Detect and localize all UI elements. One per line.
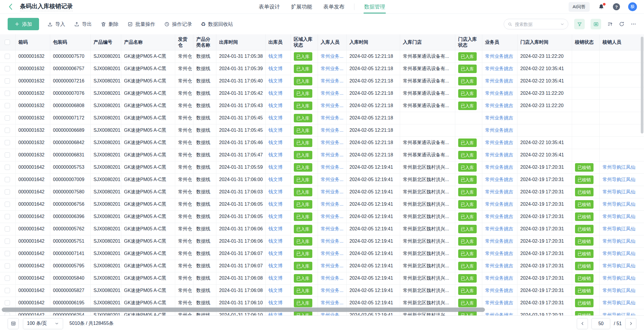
table-row[interactable]: 0000001642000000007580SJX0080201GK速捷PM05… <box>0 186 644 198</box>
detail-table-button[interactable] <box>8 318 19 329</box>
inbound-operator-link[interactable]: 常州业务... <box>321 140 343 145</box>
tab-form-design[interactable]: 表单设计 <box>253 0 286 13</box>
salesman-link[interactable]: 常州业务姚吉 <box>485 78 513 83</box>
table-row[interactable]: 0000001642000000006396SJX0080201GK速捷PM05… <box>0 210 644 223</box>
col-header-warehouse[interactable]: 发货仓 <box>175 34 193 50</box>
inbound-operator-link[interactable]: 常州业务... <box>321 177 343 182</box>
ai-qa-button[interactable]: AI问答 <box>569 2 590 12</box>
inbound-operator-link[interactable]: 常州业务... <box>321 78 343 83</box>
inbound-operator-link[interactable]: 常州业务... <box>321 202 343 207</box>
table-row[interactable]: 0000001632000000006808SJX0080201GK速捷PM05… <box>0 99 644 112</box>
more-button[interactable] <box>630 21 636 27</box>
tab-form-publish[interactable]: 表单发布 <box>318 0 350 13</box>
table-row[interactable]: 0000001642000000006756SJX0080201GK速捷PM05… <box>0 198 644 210</box>
row-checkbox[interactable] <box>5 54 10 59</box>
verify-operator-link[interactable]: 常州导购江凤仙 <box>603 251 635 256</box>
outbound-operator-link[interactable]: 钱文博 <box>269 300 283 305</box>
row-checkbox[interactable] <box>5 313 10 315</box>
inbound-operator-link[interactable]: 常州业务... <box>321 103 343 108</box>
table-row[interactable]: 0000001642000000005840SJX0080201GK速捷PM05… <box>0 272 644 284</box>
verify-operator-link[interactable]: 常州导购江凤仙 <box>603 189 635 194</box>
verify-operator-link[interactable]: 常州导购江凤仙 <box>603 288 635 293</box>
inbound-operator-link[interactable]: 常州业务... <box>321 288 343 293</box>
outbound-operator-link[interactable]: 钱文博 <box>269 91 283 96</box>
salesman-link[interactable]: 常州业务姚吉 <box>485 251 513 256</box>
col-header-package-code[interactable]: 包装码 <box>50 34 90 50</box>
delete-button[interactable]: 删除 <box>101 21 119 28</box>
table-row[interactable]: 0000001632000000007076SJX0080201GK速捷PM05… <box>0 87 644 99</box>
search-box[interactable] <box>504 19 568 29</box>
inbound-operator-link[interactable]: 常州业务... <box>321 54 343 59</box>
salesman-link[interactable]: 常州业务姚吉 <box>485 300 513 305</box>
outbound-operator-link[interactable]: 钱文博 <box>269 251 283 256</box>
row-checkbox[interactable] <box>5 189 10 195</box>
table-row[interactable]: 0000001642000000005751SJX0080201GK速捷PM05… <box>0 235 644 247</box>
outbound-operator-link[interactable]: 钱文博 <box>269 177 283 182</box>
inbound-operator-link[interactable]: 常州业务... <box>321 239 343 244</box>
inbound-operator-link[interactable]: 常州业务... <box>321 251 343 256</box>
page-number-input[interactable] <box>591 318 610 329</box>
col-header-outbound-operator[interactable]: 出库员 <box>265 34 291 50</box>
salesman-link[interactable]: 常州业务姚吉 <box>485 214 513 219</box>
salesman-link[interactable]: 常州业务姚吉 <box>485 202 513 207</box>
chevron-down-icon[interactable] <box>560 22 564 26</box>
outbound-operator-link[interactable]: 钱文博 <box>269 288 283 293</box>
export-button[interactable]: 导出 <box>74 21 92 28</box>
operation-log-button[interactable]: 操作记录 <box>164 21 192 28</box>
col-header-zone-inbound-status[interactable]: 区域入库状态 <box>291 34 318 50</box>
col-header-verify-operator[interactable]: 核销人员 <box>599 34 644 50</box>
next-page-button[interactable] <box>625 318 636 329</box>
row-checkbox[interactable] <box>5 251 10 256</box>
avatar[interactable]: 极 <box>628 2 637 11</box>
salesman-link[interactable]: 常州业务姚吉 <box>485 128 513 133</box>
table-row[interactable]: 0000001632000000006842SJX0080201GK速捷PM05… <box>0 136 644 149</box>
outbound-operator-link[interactable]: 钱文博 <box>269 263 283 268</box>
horizontal-scrollbar[interactable] <box>2 308 485 312</box>
search-input[interactable] <box>515 22 558 27</box>
inbound-operator-link[interactable]: 常州业务... <box>321 226 343 231</box>
table-row[interactable]: 0000001642000000006195SJX0080201GK速捷PM05… <box>0 297 644 309</box>
row-checkbox[interactable] <box>5 276 10 281</box>
add-button[interactable]: 添加 <box>8 18 39 30</box>
outbound-operator-link[interactable]: 钱文博 <box>269 226 283 231</box>
table-row[interactable]: 0000001632000000007570SJX0080201GK速捷PM05… <box>0 50 644 63</box>
row-checkbox[interactable] <box>5 128 10 133</box>
row-checkbox[interactable] <box>5 165 10 170</box>
prev-page-button[interactable] <box>577 318 588 329</box>
salesman-link[interactable]: 常州业务姚吉 <box>485 140 513 145</box>
verify-operator-link[interactable]: 常州导购江凤仙 <box>603 226 635 231</box>
col-header-salesman[interactable]: 业务员 <box>482 34 517 50</box>
import-button[interactable]: 导入 <box>47 21 65 28</box>
col-header-inbound-operator[interactable]: 入库人员 <box>318 34 346 50</box>
salesman-link[interactable]: 常州业务姚吉 <box>485 115 513 120</box>
row-checkbox[interactable] <box>5 140 10 145</box>
filter-button[interactable] <box>574 19 585 29</box>
row-checkbox[interactable] <box>5 214 10 219</box>
inbound-operator-link[interactable]: 常州业务... <box>321 263 343 268</box>
verify-operator-link[interactable]: 常州导购江凤仙 <box>603 177 635 182</box>
inbound-operator-link[interactable]: 常州业务... <box>321 152 343 157</box>
verify-operator-link[interactable]: 常州导购江凤仙 <box>603 263 635 268</box>
data-view-button[interactable] <box>591 19 601 29</box>
salesman-link[interactable]: 常州业务姚吉 <box>485 288 513 293</box>
inbound-operator-link[interactable]: 常州业务... <box>321 165 343 170</box>
outbound-operator-link[interactable]: 钱文博 <box>269 103 283 108</box>
verify-operator-link[interactable]: 常州导购江凤仙 <box>603 313 635 316</box>
col-header-verify-status[interactable]: 核销状态 <box>572 34 599 50</box>
row-checkbox[interactable] <box>5 177 10 182</box>
salesman-link[interactable]: 常州业务姚吉 <box>485 165 513 170</box>
salesman-link[interactable]: 常州业务姚吉 <box>485 54 513 59</box>
salesman-link[interactable]: 常州业务姚吉 <box>485 239 513 244</box>
verify-operator-link[interactable]: 常州导购江凤仙 <box>603 165 635 170</box>
salesman-link[interactable]: 常州业务姚吉 <box>485 226 513 231</box>
row-checkbox[interactable] <box>5 226 10 232</box>
salesman-link[interactable]: 常州业务姚吉 <box>485 66 513 71</box>
table-row[interactable]: 0000001642000000005762SJX0080201GK速捷PM05… <box>0 223 644 235</box>
table-row[interactable]: 0000001642000000005753SJX0080201GK速捷PM05… <box>0 161 644 173</box>
col-header-inbound-time[interactable]: 入库时间 <box>346 34 400 50</box>
outbound-operator-link[interactable]: 钱文博 <box>269 239 283 244</box>
col-header-outbound-time[interactable]: 出库时间 <box>216 34 265 50</box>
inbound-operator-link[interactable]: 常州业务... <box>321 313 343 316</box>
inbound-operator-link[interactable]: 常州业务... <box>321 66 343 71</box>
tab-extensions[interactable]: 扩展功能 <box>286 0 318 13</box>
